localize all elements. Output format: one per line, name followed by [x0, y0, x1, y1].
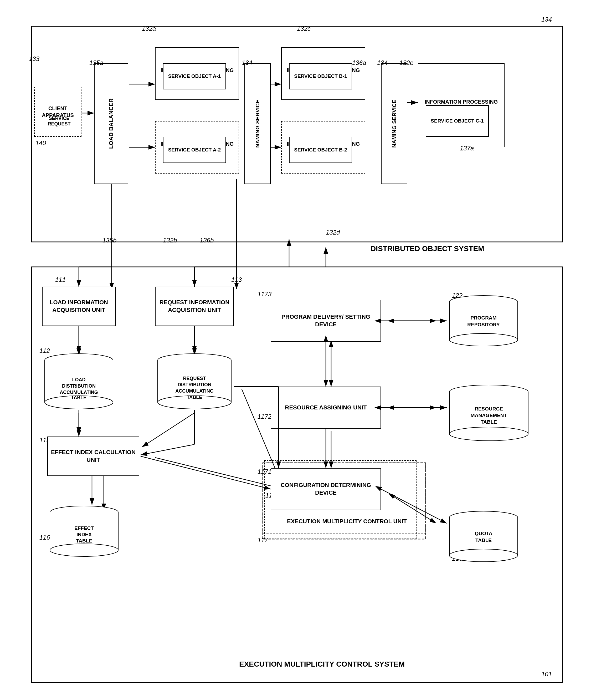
program-repo-cylinder: PROGRAM REPOSITORY: [447, 295, 520, 347]
ref-136b: 136b: [200, 237, 214, 244]
service-c1-box: SERVICE OBJECT C-1: [426, 105, 489, 137]
svg-text:DISTRIBUTION: DISTRIBUTION: [62, 383, 96, 389]
program-delivery-box: PROGRAM DELIVERY/ SETTING DEVICE: [271, 300, 381, 342]
request-info-acq-box: REQUEST INFORMATION ACQUISITION UNIT: [155, 286, 234, 326]
svg-text:REPOSITORY: REPOSITORY: [467, 322, 500, 327]
client-apparatus-box: CLIENT APPARATUS: [34, 87, 81, 137]
svg-text:TABLE: TABLE: [481, 419, 497, 425]
quota-table-cylinder: QUOTA TABLE: [447, 510, 520, 563]
svg-point-72: [449, 549, 518, 562]
svg-text:TABLE: TABLE: [71, 395, 87, 400]
request-dist-table-cylinder: REQUEST DISTRIBUTION ACCUMULATING TABLE: [155, 352, 234, 410]
svg-text:EFFECT: EFFECT: [74, 525, 94, 531]
svg-point-49: [50, 544, 118, 556]
svg-text:TABLE: TABLE: [187, 395, 202, 400]
ref-132a: 132a: [142, 25, 156, 32]
service-b1-box: SERVICE OBJECT B-1: [289, 63, 352, 90]
ref-134b: 134: [377, 59, 388, 67]
ref-101: 101: [541, 671, 552, 678]
load-info-acq-box: LOAD INFORMATION ACQUISITION UNIT: [42, 286, 115, 326]
naming-service-2-box: NAMING SERVICE: [381, 63, 407, 184]
distributed-object-system-label: DISTRIBUTED OBJECT SYSTEM: [370, 245, 484, 253]
effect-index-table-cylinder: EFFECT INDEX TABLE: [47, 505, 121, 557]
svg-point-64: [449, 427, 528, 441]
effect-index-calc-box: EFFECT INDEX CALCULATION UNIT: [47, 436, 139, 476]
naming-service-1-box: NAMING SERVICE: [244, 63, 271, 184]
svg-line-88: [140, 444, 195, 455]
ref-131: 134: [541, 16, 552, 23]
svg-text:TABLE: TABLE: [475, 538, 492, 543]
ref-136a: 136a: [352, 59, 366, 67]
config-determining-box: CONFIGURATION DETERMINING DEVICE: [271, 468, 381, 510]
ref-132d: 132d: [326, 229, 340, 236]
ref-132e: 132e: [399, 59, 413, 67]
resource-assigning-box: RESOURCE ASSIGNING UNIT: [271, 386, 381, 429]
ref-140: 140: [35, 140, 46, 147]
service-request-label: SERVICE REQUEST: [45, 116, 74, 127]
svg-text:DISTRIBUTION: DISTRIBUTION: [178, 382, 211, 388]
ref-133: 133: [29, 55, 40, 62]
svg-point-57: [449, 333, 518, 346]
ref-1172: 1172: [258, 413, 271, 420]
exec-mult-control-label: EXECUTION MULTIPLICITY CONTROL UNIT: [271, 518, 423, 525]
svg-text:ACCUMULATING: ACCUMULATING: [175, 389, 214, 394]
service-b2-box: SERVICE OBJECT B-2: [289, 137, 352, 163]
svg-line-90: [140, 456, 271, 489]
ref-1173: 1173: [258, 291, 271, 298]
svg-text:ACCUMULATING: ACCUMULATING: [60, 390, 98, 395]
exec-mult-system-label: EXECUTION MULTIPLICITY CONTROL SYSTEM: [239, 660, 405, 669]
svg-text:MANAGEMENT: MANAGEMENT: [471, 412, 507, 418]
service-a1-box: SERVICE OBJECT A-1: [163, 63, 226, 90]
svg-text:LOAD: LOAD: [72, 377, 86, 382]
svg-text:REQUEST: REQUEST: [183, 376, 206, 381]
service-a2-box: SERVICE OBJECT A-2: [163, 137, 226, 163]
ref-111: 111: [55, 276, 66, 283]
svg-text:RESOURCE: RESOURCE: [474, 406, 503, 411]
ref-135b: 135b: [103, 237, 116, 244]
resource-mgmt-table-cylinder: RESOURCE MANAGEMENT TABLE: [447, 384, 531, 442]
svg-text:INDEX: INDEX: [76, 532, 92, 537]
svg-line-17: [142, 413, 195, 447]
svg-text:TABLE: TABLE: [76, 538, 92, 544]
ref-132c: 132c: [297, 25, 311, 32]
ref-137a: 137a: [460, 145, 474, 152]
ref-134a: 134: [242, 59, 252, 67]
load-balancer-box: LOAD BALANCER: [94, 63, 128, 184]
svg-text:QUOTA: QUOTA: [474, 531, 492, 536]
ref-132b: 132b: [163, 237, 177, 244]
svg-text:PROGRAM: PROGRAM: [470, 315, 496, 321]
ref-135a: 135a: [89, 59, 103, 67]
load-dist-table-cylinder: LOAD DISTRIBUTION ACCUMULATING TABLE: [42, 352, 115, 410]
ref-113: 113: [231, 276, 242, 283]
